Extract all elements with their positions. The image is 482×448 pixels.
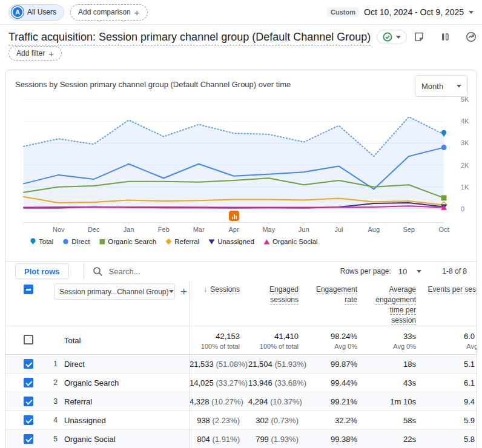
row-checkbox[interactable] [24,434,33,444]
add-dimension-button[interactable]: + [180,285,187,298]
row-checkbox[interactable] [24,415,33,425]
x-tick-label: Oct [438,226,449,233]
search-icon [93,266,103,277]
sort-descending-icon: ↓ [203,285,209,294]
chart-title: Sessions by Session primary channel grou… [5,70,477,89]
granularity-select[interactable]: Month [415,75,468,97]
rows-per-page-label: Rows per page: [340,267,391,275]
x-tick-label: Feb [158,226,170,233]
data-quality-indicator[interactable] [377,30,407,44]
table-toolbar: Plot rows Rows per page: 10 1-8 of 8 [5,262,477,281]
metric-cell: 22s [366,435,424,444]
x-tick-label: Mar [193,226,205,233]
metric-cell: 9.4 [424,397,477,406]
plus-icon: + [48,49,54,58]
x-tick-label: Jul [334,226,343,233]
green-check-circle-icon [383,32,392,42]
channel-name: Organic Social [58,435,190,444]
legend-item-organic-social[interactable]: Organic Social [263,238,318,245]
total-metric-cell: 41,410100% of total [248,326,307,350]
legend-circle-icon [62,238,69,245]
add-filter-button[interactable]: Add filter + [8,46,62,61]
column-header-sessions[interactable]: ↓ Sessions [190,281,248,295]
total-row-label: Total [58,326,190,345]
select-all-checkbox[interactable] [24,285,33,294]
row-checkbox[interactable] [24,378,33,387]
plot-rows-button[interactable]: Plot rows [15,263,69,279]
add-comparison-button[interactable]: Add comparison + [70,4,147,21]
table-body: 1Direct21,533 (51.08%)21,504 (51.93%)99.… [5,355,477,448]
comparison-icon[interactable] [439,31,451,43]
metric-cell: 5.9 [424,416,477,425]
dimension-dropdown[interactable]: Session primary...Channel Group) [54,283,175,300]
metric-cell: 18s [366,360,424,369]
audience-avatar: A [12,6,24,18]
total-metric-cell: 6.0Avg 0% [424,326,477,350]
y-tick-label: 3K [461,139,469,147]
dimension-dropdown-value: Session primary...Channel Group) [59,288,169,296]
x-tick-label: Jan [124,226,134,233]
row-checkbox[interactable] [24,397,33,406]
metric-cell: 804 (1.91%) [190,435,248,444]
metric-cell: 14,025 (33.27%) [190,378,248,387]
row-number: 4 [48,416,58,424]
row-checkbox[interactable] [24,359,33,369]
metric-cell: 21,504 (51.93%) [248,360,307,369]
row-number: 1 [48,360,58,368]
y-tick-label: 2K [461,162,469,169]
report-action-icons [413,31,482,43]
rows-per-page-value[interactable]: 10 [398,267,407,276]
chevron-down-icon[interactable] [417,270,421,273]
legend-square-icon [99,238,105,245]
chevron-down-icon [169,290,174,293]
total-metric-cell: 98.24%Avg 0% [307,326,366,350]
legend-item-unassigned[interactable]: Unassigned [208,238,254,245]
column-header-engagement-rate[interactable]: Engagement rate [307,281,366,305]
note-icon[interactable] [413,31,425,43]
x-tick-label: May [262,226,275,233]
audience-chip-label: All Users [27,8,56,16]
table-row-referral: 3Referral4,328 (10.27%)4,294 (10.37%)99.… [5,392,477,411]
row-number: 3 [48,397,58,406]
y-tick-label: 0 [461,205,464,212]
legend-item-organic-search[interactable]: Organic Search [99,238,156,245]
column-header-average-engagement-time-per-session[interactable]: Average engagement time per session [366,281,424,326]
row-number: 5 [48,435,58,443]
metric-cell: 58s [366,416,424,425]
metric-cell: 302 (0.73%) [248,416,307,425]
table-header-row: Session primary...Channel Group) + ↓ Ses… [5,281,477,326]
y-tick-label: 1K [461,183,469,191]
report-title-row: Traffic acquisition: Session primary cha… [0,28,482,46]
metric-cell: 99.38% [307,435,366,444]
legend-item-total[interactable]: Total [30,238,53,245]
y-tick-label: 4K [461,117,469,125]
legend-item-direct[interactable]: Direct [62,238,90,245]
table-row-organic-social: 5Organic Social804 (1.91%)799 (1.93%)99.… [5,430,477,448]
table-row-direct: 1Direct21,533 (51.08%)21,504 (51.93%)99.… [5,355,477,374]
insights-icon[interactable] [465,31,477,43]
column-divider [190,281,190,448]
page-title: Traffic acquisition: Session primary cha… [8,31,371,44]
chevron-down-icon[interactable] [469,11,474,14]
date-range-picker[interactable]: Oct 10, 2024 - Oct 9, 2025 [364,7,464,17]
row-number: 2 [48,378,58,387]
channel-name: Organic Search [58,378,190,387]
plus-icon: + [134,8,140,17]
total-row-checkbox[interactable] [24,335,33,344]
legend-item-referral[interactable]: Referral [165,238,199,245]
column-header-engaged-sessions[interactable]: Engaged sessions [248,281,307,305]
column-header-events-per-session[interactable]: Events per session [424,281,477,295]
chart-legend: TotalDirectOrganic SearchReferralUnassig… [30,238,318,245]
x-tick-label: Nov [53,226,65,233]
sessions-over-time-chart: Sessions by Session primary channel grou… [5,70,477,261]
audience-chip-all-users[interactable]: A All Users [8,4,64,21]
metric-cell: 4,294 (10.37%) [248,397,307,406]
metric-cell: 99.44% [307,378,366,387]
x-tick-label: Jun [299,226,309,233]
metric-cell: 938 (2.23%) [190,416,248,425]
search-input[interactable] [109,267,230,276]
add-filter-label: Add filter [16,49,45,58]
metric-cell: 13,946 (33.68%) [248,378,307,387]
analytics-annotation-icon[interactable] [229,211,239,221]
legend-diamond-icon [165,238,172,245]
